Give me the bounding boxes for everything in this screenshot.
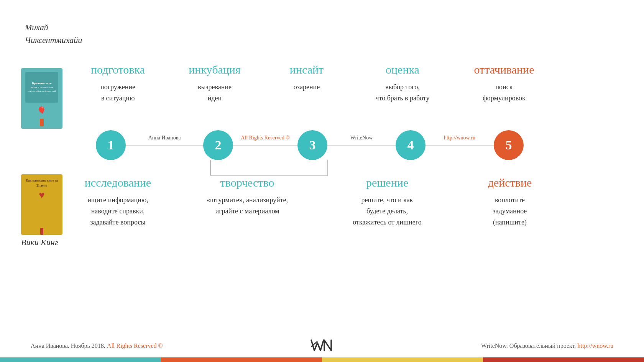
stage-3-block: инсайт озарение bbox=[268, 63, 345, 93]
connector-3-label: WriteNow bbox=[350, 135, 373, 141]
stage-4-block: оценка выбор того,что брать в работу bbox=[360, 63, 445, 104]
stage-5-title: оттачивание bbox=[474, 63, 534, 76]
stage-bottom-2-title: творчество bbox=[220, 176, 274, 189]
footer-link: http://wnow.ru bbox=[577, 342, 613, 349]
bar-yellow bbox=[322, 357, 483, 362]
circle-5: 5 bbox=[494, 130, 524, 160]
footer-rights: All Rights Reserved © bbox=[107, 342, 163, 349]
viki-king-label: Вики Кинг bbox=[21, 238, 58, 247]
stage-5-block: оттачивание поискформулировок bbox=[458, 63, 550, 104]
connector-2-label: All Rights Reserved © bbox=[241, 135, 290, 141]
stage-bottom-3-title: решение bbox=[366, 176, 408, 189]
stage-bottom-1-block: исследование ищите информацию,наводите с… bbox=[71, 176, 165, 228]
stage-3-desc: озарение bbox=[294, 82, 320, 93]
author-section: Михай Чиксентмихайи bbox=[25, 21, 82, 46]
stage-bottom-4-desc: воплотитезадуманное(напишите) bbox=[493, 195, 527, 228]
bar-red bbox=[483, 357, 644, 362]
bracket-2-3 bbox=[210, 160, 328, 176]
connector-3-4: WriteNow bbox=[327, 145, 396, 146]
bottom-bar bbox=[0, 357, 644, 362]
stage-bottom-1-title: исследование bbox=[85, 176, 151, 189]
stage-bottom-4-block: действие воплотитезадуманное(напишите) bbox=[460, 176, 560, 228]
stage-1-block: подготовка погружениев ситуацию bbox=[71, 63, 165, 104]
footer-logo bbox=[310, 338, 334, 354]
footer-left: Анна Иванова. Ноябрь 2018. All Rights Re… bbox=[31, 342, 163, 349]
stage-bottom-2-block: творчество «штурмите», анализируйте,игра… bbox=[188, 176, 307, 217]
author-name: Михай Чиксентмихайи bbox=[25, 21, 82, 46]
circle-3: 3 bbox=[297, 130, 327, 160]
connector-2-3: All Rights Reserved © bbox=[233, 145, 297, 146]
book-bottom-title-text: Как написать кино за 21 день bbox=[25, 178, 59, 188]
stage-4-desc: выбор того,что брать в работу bbox=[376, 82, 430, 104]
circle-2: 2 bbox=[203, 130, 233, 160]
connector-4-label: http://wnow.ru bbox=[444, 135, 475, 141]
book-top-subtitle: Креативностьпоток и психология открытий … bbox=[25, 82, 58, 93]
bar-teal bbox=[0, 357, 161, 362]
stage-4-title: оценка bbox=[386, 63, 419, 76]
stage-3-title: инсайт bbox=[290, 63, 324, 76]
connector-4-5: http://wnow.ru bbox=[426, 145, 494, 146]
stage-2-desc: вызреваниеидеи bbox=[198, 82, 232, 104]
stage-bottom-3-desc: решите, что и какбудете делать,откажитес… bbox=[353, 195, 421, 228]
circle-1: 1 bbox=[96, 130, 126, 160]
stage-2-block: инкубация вызреваниеидеи bbox=[171, 63, 259, 104]
stage-5-desc: поискформулировок bbox=[483, 82, 526, 104]
connector-1-label: Анна Иванова bbox=[148, 135, 181, 141]
book-bottom-heart-icon: ♥ bbox=[39, 190, 44, 201]
circle-4: 4 bbox=[396, 130, 426, 160]
stage-bottom-2-desc: «штурмите», анализируйте,играйте с матер… bbox=[207, 195, 288, 217]
stage-bottom-3-block: решение решите, что и какбудете делать,о… bbox=[334, 176, 441, 228]
connector-1-2: Анна Иванова bbox=[126, 145, 203, 146]
wn-logo-icon bbox=[310, 338, 334, 354]
stage-1-desc: погружениев ситуацию bbox=[100, 82, 135, 104]
book-bottom-image: Как написать кино за 21 день ♥ bbox=[21, 174, 62, 235]
footer: Анна Иванова. Ноябрь 2018. All Rights Re… bbox=[0, 338, 644, 354]
footer-right: WriteNow. Образовательный проект. http:/… bbox=[481, 342, 613, 349]
stage-1-title: подготовка bbox=[91, 63, 145, 76]
book-top-image: Креативностьпоток и психология открытий … bbox=[21, 68, 62, 129]
stage-bottom-4-title: действие bbox=[488, 176, 532, 189]
bar-orange bbox=[161, 357, 322, 362]
stage-bottom-1-desc: ищите информацию,наводите справки,задава… bbox=[87, 195, 148, 228]
stage-2-title: инкубация bbox=[189, 63, 240, 76]
